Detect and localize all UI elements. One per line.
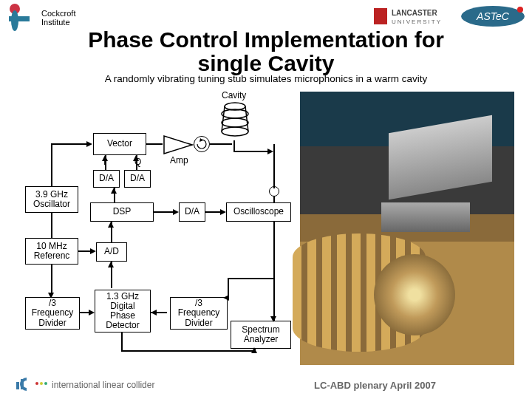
slide-subtitle: A randomly vibrating tuning stub simulat… bbox=[0, 73, 532, 84]
svg-point-12 bbox=[222, 127, 248, 136]
amp-icon bbox=[163, 134, 194, 155]
title-line1: Phase Control Implementation for bbox=[88, 27, 444, 52]
content-row: Cavity Amp Vector I Q 3.9 GHz bbox=[0, 84, 532, 372]
da-osc-box: D/A bbox=[179, 202, 205, 222]
svg-text:ASTeC: ASTeC bbox=[476, 10, 510, 22]
svg-marker-16 bbox=[164, 136, 192, 154]
dsp-box: DSP bbox=[90, 202, 154, 222]
title-line2: single Cavity bbox=[197, 51, 334, 75]
institute-line1: Cockcroft bbox=[41, 9, 75, 18]
da-i-box: D/A bbox=[93, 170, 120, 188]
photo-electronics-stack bbox=[389, 115, 492, 200]
ad-box: A/D bbox=[96, 242, 127, 262]
svg-rect-2 bbox=[9, 16, 30, 21]
amp-label: Amp bbox=[170, 155, 188, 166]
phase-detector-box: 1.3 GHz Digital Phase Detector bbox=[95, 290, 151, 332]
svg-text:LANCASTER: LANCASTER bbox=[392, 9, 437, 17]
apparatus-photo bbox=[300, 92, 514, 365]
photo-amplifier bbox=[381, 202, 470, 232]
svg-rect-17 bbox=[16, 382, 19, 389]
coupler-icon bbox=[269, 186, 279, 197]
circulator-arrow-icon bbox=[196, 138, 208, 150]
svg-point-11 bbox=[222, 118, 248, 127]
svg-point-19 bbox=[35, 382, 38, 385]
institute-line2: Institute bbox=[41, 18, 75, 27]
svg-point-20 bbox=[40, 382, 43, 385]
svg-line-13 bbox=[222, 106, 225, 132]
svg-point-21 bbox=[44, 382, 47, 385]
reference-box: 10 MHz Referenc bbox=[25, 238, 78, 265]
oscilloscope-box: Oscilloscope bbox=[226, 202, 291, 222]
freq-div-left-box: /3 Frequency Divider bbox=[25, 297, 80, 330]
freq-div-right-box: /3 Frequency Divider bbox=[170, 297, 228, 330]
photo-cavity-end bbox=[374, 254, 455, 335]
spectrum-box: Spectrum Analyzer bbox=[231, 321, 291, 349]
institute-name: Cockcroft Institute bbox=[41, 9, 75, 27]
da-q-box: D/A bbox=[124, 170, 151, 188]
ilc-text: international linear collider bbox=[52, 380, 154, 390]
cockcroft-logo-icon bbox=[6, 3, 35, 33]
oscillator-box: 3.9 GHz Oscillator bbox=[25, 186, 78, 213]
svg-marker-15 bbox=[200, 138, 203, 142]
vector-box: Vector bbox=[93, 133, 146, 155]
svg-text:UNIVERSITY: UNIVERSITY bbox=[392, 18, 442, 25]
block-diagram: Cavity Amp Vector I Q 3.9 GHz bbox=[25, 92, 294, 372]
svg-point-8 bbox=[517, 7, 523, 13]
astec-logo-icon: ASTeC bbox=[460, 4, 526, 32]
footer: international linear collider LC-ABD ple… bbox=[0, 375, 532, 395]
svg-line-14 bbox=[245, 106, 248, 132]
ilc-logo-icon bbox=[15, 375, 47, 395]
cavity-icon bbox=[219, 99, 251, 142]
slide-title: Phase Control Implementation for single … bbox=[0, 28, 532, 75]
svg-point-10 bbox=[222, 109, 248, 118]
event-label: LC-ABD plenary April 2007 bbox=[314, 380, 436, 391]
svg-rect-3 bbox=[374, 8, 387, 24]
